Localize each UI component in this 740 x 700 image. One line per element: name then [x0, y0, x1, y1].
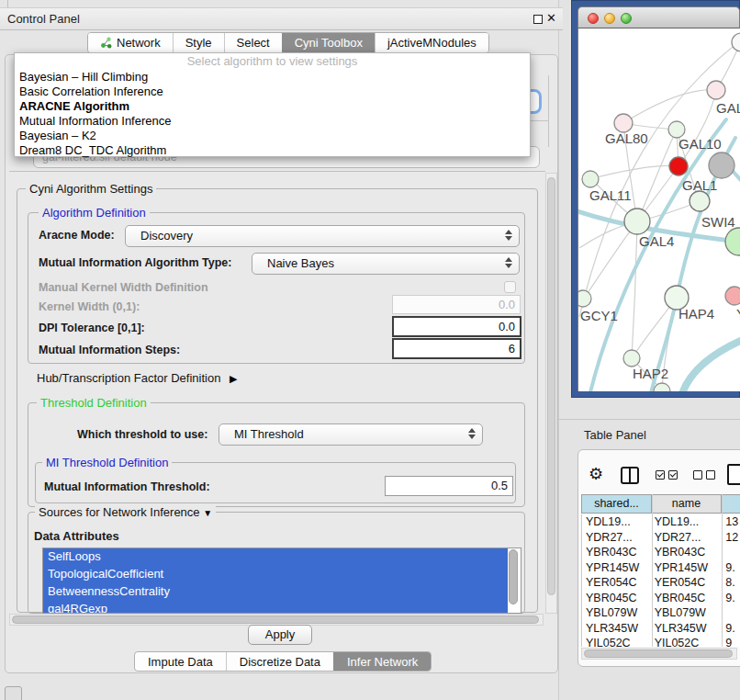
- node-label-gal80: GAL80: [605, 130, 648, 146]
- table-row[interactable]: YER054C YER054C 8.: [582, 575, 740, 591]
- sources-group-title[interactable]: Sources for Network Inference ▼: [35, 505, 216, 519]
- zoom-window-button[interactable]: [621, 13, 632, 24]
- cell-name: YBL079W: [653, 605, 723, 621]
- tab-cyni-toolbox[interactable]: Cyni Toolbox: [282, 33, 375, 52]
- docked-panel-icon[interactable]: [5, 686, 22, 700]
- cell-shared-name: YDR27...: [582, 530, 653, 546]
- tab-impute-data[interactable]: Impute Data: [135, 652, 226, 671]
- node-table[interactable]: YDL19... YDL19... 13 YDR27... YDR27... 1…: [581, 514, 740, 647]
- scrollbar-thumb[interactable]: [12, 615, 539, 624]
- which-threshold-combo[interactable]: MI Threshold: [219, 423, 483, 446]
- tab-jactivemnodules[interactable]: jActiveMNodules: [375, 33, 488, 52]
- table-row[interactable]: YPR145W YPR145W 9.: [582, 560, 740, 576]
- node-label-gcy1: GCY1: [580, 308, 618, 323]
- mi-threshold-field[interactable]: 0.5: [385, 476, 513, 496]
- cell-name: YBR043C: [653, 545, 723, 560]
- kernel-width-field: 0.0: [392, 295, 521, 314]
- cell-shared-name: YER054C: [582, 575, 653, 591]
- document-icon[interactable]: [727, 464, 740, 485]
- table-row[interactable]: YIL052C YIL052C 9: [582, 636, 740, 647]
- mi-type-label: Mutual Information Algorithm Type:: [39, 256, 231, 269]
- node-label-gal1: GAL1: [682, 177, 717, 193]
- cell-shared-name: YPR145W: [582, 560, 653, 576]
- vertical-scrollbar[interactable]: [545, 173, 557, 614]
- tab-discretize-data[interactable]: Discretize Data: [226, 652, 333, 671]
- float-panel-icon[interactable]: [533, 15, 543, 24]
- dpi-tolerance-field[interactable]: 0.0: [392, 316, 521, 337]
- select-all-checkboxes[interactable]: [656, 470, 678, 480]
- column-header-partial[interactable]: [722, 494, 740, 514]
- gear-icon[interactable]: ⚙: [589, 464, 603, 484]
- table-horizontal-scrollbar[interactable]: [581, 648, 737, 660]
- mi-steps-value: 6: [509, 342, 515, 356]
- node-label-hap4: HAP4: [678, 306, 714, 322]
- column-layout-icon[interactable]: [621, 467, 639, 484]
- column-header-name[interactable]: name: [652, 494, 722, 514]
- algorithm-option-selected[interactable]: ARACNE Algorithm: [15, 99, 530, 114]
- hidden-groupbox-edge2: [531, 120, 548, 121]
- cell-shared-name: YDL19...: [582, 514, 653, 530]
- algorithm-option[interactable]: Basic Correlation Inference: [15, 85, 530, 99]
- manual-kernel-checkbox[interactable]: [504, 281, 516, 293]
- hub-definition-toggle[interactable]: Hub/Transcription Factor Definition ▶: [37, 371, 237, 385]
- algorithm-option[interactable]: Bayesian – K2: [15, 129, 530, 143]
- algorithm-option[interactable]: Dream8 DC_TDC Algorithm: [15, 143, 530, 158]
- minimize-window-button[interactable]: [604, 13, 615, 24]
- manual-kernel-label: Manual Kernel Width Definition: [39, 281, 208, 294]
- close-window-button[interactable]: [588, 13, 599, 24]
- mi-threshold-label: Mutual Information Threshold:: [44, 480, 210, 493]
- deselect-all-checkboxes[interactable]: [693, 470, 715, 480]
- column-divider: [722, 494, 723, 647]
- algorithm-option[interactable]: Bayesian – Hill Climbing: [15, 70, 530, 85]
- node-label-y-partial: Y: [736, 306, 740, 322]
- cell-value: 12: [722, 530, 740, 546]
- tab-infer-label: Infer Network: [347, 655, 418, 669]
- table-row[interactable]: YDL19... YDL19... 13: [582, 514, 740, 530]
- scrollbar-thumb[interactable]: [547, 177, 555, 595]
- tab-network[interactable]: Network: [88, 33, 173, 52]
- column-divider: [652, 494, 653, 647]
- network-window-titlebar[interactable]: [577, 6, 740, 28]
- table-row[interactable]: YDR27... YDR27... 12: [582, 530, 740, 546]
- algorithm-option[interactable]: Mutual Information Inference: [15, 114, 530, 129]
- which-threshold-value: MI Threshold: [234, 427, 304, 441]
- table-row[interactable]: YLR345W YLR345W 9.: [582, 621, 740, 637]
- dpi-tolerance-value: 0.0: [499, 320, 515, 333]
- tab-style[interactable]: Style: [173, 33, 224, 52]
- node-label-gal10: GAL10: [678, 136, 722, 152]
- column-header-shared-label: shared...: [594, 497, 639, 510]
- data-attributes-list[interactable]: SelfLoops TopologicalCoefficient Between…: [42, 548, 521, 614]
- table-row[interactable]: YBR045C YBR045C 9.: [582, 591, 740, 606]
- kernel-width-value: 0.0: [499, 298, 515, 311]
- table-row[interactable]: YBL079W YBL079W: [582, 605, 740, 621]
- collapse-down-icon[interactable]: ▼: [203, 508, 212, 518]
- mi-steps-label: Mutual Information Steps:: [39, 344, 180, 356]
- close-icon[interactable]: ✕: [546, 11, 556, 25]
- list-item-selected[interactable]: BetweennessCentrality: [43, 583, 508, 601]
- mi-threshold-group-title: MI Threshold Definition: [42, 456, 172, 469]
- list-item-selected[interactable]: TopologicalCoefficient: [43, 566, 508, 583]
- unchecked-checkbox-icon: [706, 470, 715, 480]
- list-item-selected[interactable]: SelfLoops: [43, 548, 508, 566]
- cell-value: 13: [722, 514, 740, 530]
- table-row[interactable]: YBR043C YBR043C: [582, 545, 740, 560]
- cell-shared-name: YBR043C: [582, 545, 653, 560]
- column-header-shared[interactable]: shared...: [581, 494, 652, 514]
- scrollbar-thumb[interactable]: [584, 649, 733, 658]
- apply-button[interactable]: Apply: [248, 625, 312, 645]
- tab-cyni-toolbox-label: Cyni Toolbox: [295, 36, 363, 50]
- list-item-selected[interactable]: gal4RGexp: [43, 601, 508, 614]
- checked-checkbox-icon: [656, 470, 665, 480]
- mi-steps-field[interactable]: 6: [392, 338, 521, 359]
- network-canvas[interactable]: GAL GAL80 GAL10 GAL1 GAL11 GAL4 SWI4 GCY…: [577, 28, 740, 391]
- mi-type-combo[interactable]: Naive Bayes: [252, 253, 520, 275]
- control-panel-titlebar: Control Panel ✕: [0, 7, 563, 30]
- tab-infer-network[interactable]: Infer Network: [333, 652, 431, 671]
- list-scrollbar[interactable]: [509, 549, 518, 604]
- cell-name: YDR27...: [653, 530, 723, 546]
- expand-right-icon[interactable]: ▶: [230, 373, 237, 384]
- unchecked-checkbox-icon: [693, 470, 702, 480]
- aracne-mode-combo[interactable]: Discovery: [125, 225, 520, 247]
- dpi-tolerance-label: DPI Tolerance [0,1]:: [39, 322, 145, 334]
- tab-select[interactable]: Select: [224, 33, 282, 52]
